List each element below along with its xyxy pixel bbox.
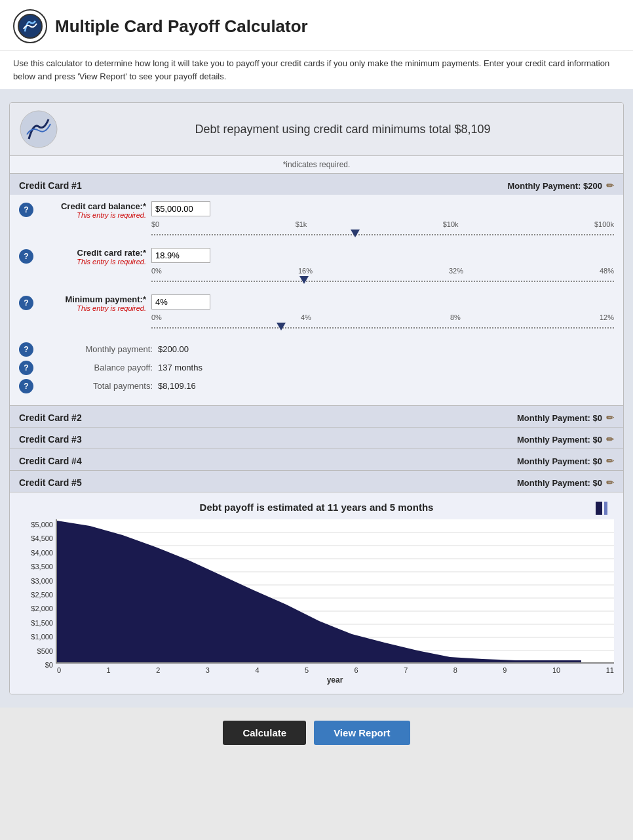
- svg-marker-12: [57, 519, 581, 662]
- rate-range-scale: 0% 16% 32% 48%: [151, 267, 614, 275]
- credit-card-5-section: Credit Card #5 Monthly Payment: $0 ✏: [10, 471, 623, 492]
- balance-payoff-result-row: ? Balance payoff: 137 months: [19, 359, 614, 375]
- credit-card-1-header: Credit Card #1 Monthly Payment: $200 ✏: [10, 174, 623, 195]
- minpay-input[interactable]: [151, 294, 210, 310]
- chart-section: Debt payoff is estimated at 11 years and…: [10, 492, 623, 694]
- x-axis-title: year: [56, 675, 614, 685]
- balance-label: Credit card balance:*: [40, 201, 146, 211]
- main-container: Debt repayment using credit card minimum…: [0, 89, 633, 708]
- credit-card-1-body: ? Credit card balance:* This entry is re…: [10, 195, 623, 405]
- monthly-payment-result-row: ? Monthly payment: $200.00: [19, 341, 614, 357]
- chart-grid: [57, 519, 614, 662]
- x-axis-labels: 0 1 2 3 4 5 6 7 8 9 10 11: [56, 664, 614, 675]
- credit-card-4-label: Credit Card #4: [19, 456, 82, 466]
- credit-card-3-section: Credit Card #3 Monthly Payment: $0 ✏: [10, 428, 623, 449]
- y-axis-labels: $5,000 $4,500 $4,000 $3,500 $3,000 $2,50…: [19, 519, 56, 685]
- total-payments-result-value: $8,109.16: [158, 381, 196, 391]
- credit-card-1-section: Credit Card #1 Monthly Payment: $200 ✏ ?…: [10, 174, 623, 406]
- chart-inner: [56, 519, 614, 664]
- calc-header: Debt repayment using credit card minimum…: [10, 103, 623, 156]
- credit-card-2-edit-icon[interactable]: ✏: [606, 412, 614, 423]
- legend-bar-1: [596, 502, 602, 515]
- minpay-slider-row: [151, 321, 614, 334]
- rate-slider-row: [151, 275, 614, 288]
- credit-card-2-header: Credit Card #2 Monthly Payment: $0 ✏: [10, 406, 623, 427]
- minpay-input-col: 0% 4% 8% 12%: [151, 294, 614, 334]
- minpay-label-col: Minimum payment:* This entry is required…: [40, 294, 151, 312]
- credit-card-3-label: Credit Card #3: [19, 434, 82, 445]
- page-description: Use this calculator to determine how lon…: [0, 50, 633, 89]
- credit-card-2-monthly-payment: Monthly Payment: $0 ✏: [517, 412, 614, 423]
- view-report-button[interactable]: View Report: [314, 721, 410, 745]
- credit-card-1-monthly-payment: Monthly Payment: $200 ✏: [508, 180, 615, 191]
- credit-card-3-edit-icon[interactable]: ✏: [606, 434, 614, 445]
- balance-payoff-result-label: Balance payoff:: [40, 363, 158, 372]
- calculator-box: Debt repayment using credit card minimum…: [9, 102, 624, 694]
- total-payments-result-row: ? Total payments: $8,109.16: [19, 378, 614, 393]
- svg-point-1: [20, 111, 57, 148]
- credit-card-3-header: Credit Card #3 Monthly Payment: $0 ✏: [10, 428, 623, 449]
- credit-card-3-monthly-payment: Monthly Payment: $0 ✏: [517, 434, 614, 445]
- balance-input-col: $0 $1k $10k $100k: [151, 201, 614, 241]
- credit-card-4-header: Credit Card #4 Monthly Payment: $0 ✏: [10, 449, 623, 470]
- page-header: Multiple Card Payoff Calculator: [0, 0, 633, 50]
- calc-title: Debt repayment using credit card minimum…: [71, 123, 614, 136]
- total-payments-result-label: Total payments:: [40, 381, 158, 391]
- rate-label-col: Credit card rate:* This entry is require…: [40, 248, 151, 266]
- chart-title: Debt payoff is estimated at 11 years and…: [19, 502, 614, 513]
- balance-slider-row: [151, 228, 614, 241]
- balance-slider-thumb: [351, 230, 360, 237]
- balance-input[interactable]: [151, 201, 210, 216]
- chart-legend: [596, 502, 607, 515]
- credit-card-5-monthly-payment: Monthly Payment: $0 ✏: [517, 477, 614, 488]
- minpay-dotted-bg: [151, 327, 614, 329]
- rate-label: Credit card rate:*: [40, 248, 146, 258]
- credit-card-5-edit-icon[interactable]: ✏: [606, 477, 614, 488]
- minpay-field-row: ? Minimum payment:* This entry is requir…: [19, 294, 614, 334]
- minpay-label: Minimum payment:*: [40, 294, 146, 304]
- rate-field-row: ? Credit card rate:* This entry is requi…: [19, 248, 614, 288]
- required-note: *indicates required.: [10, 156, 623, 174]
- rate-input-col: 0% 16% 32% 48%: [151, 248, 614, 288]
- credit-card-2-section: Credit Card #2 Monthly Payment: $0 ✏: [10, 406, 623, 428]
- header-logo: [13, 9, 47, 43]
- monthly-payment-result-value: $200.00: [158, 344, 189, 354]
- payoff-help-button[interactable]: ?: [19, 361, 33, 375]
- credit-card-4-section: Credit Card #4 Monthly Payment: $0 ✏: [10, 449, 623, 471]
- balance-range-scale: $0 $1k $10k $100k: [151, 220, 614, 228]
- minpay-slider-thumb: [277, 323, 286, 330]
- credit-card-4-monthly-payment: Monthly Payment: $0 ✏: [517, 456, 614, 466]
- credit-card-5-label: Credit Card #5: [19, 477, 82, 488]
- rate-dotted-bg: [151, 281, 614, 282]
- rate-input[interactable]: [151, 248, 210, 263]
- minpay-range-scale: 0% 4% 8% 12%: [151, 313, 614, 321]
- rate-help-button[interactable]: ?: [19, 249, 33, 264]
- credit-card-1-edit-icon[interactable]: ✏: [606, 180, 614, 191]
- calculate-button[interactable]: Calculate: [223, 721, 306, 745]
- chart-container: $5,000 $4,500 $4,000 $3,500 $3,000 $2,50…: [19, 519, 614, 685]
- minpay-help-button[interactable]: ?: [19, 296, 33, 310]
- rate-error: This entry is required.: [40, 258, 146, 266]
- buttons-row: Calculate View Report: [0, 708, 633, 758]
- balance-payoff-result-value: 137 months: [158, 363, 202, 372]
- monthly-payment-result-label: Monthly payment:: [40, 344, 158, 354]
- credit-card-2-label: Credit Card #2: [19, 412, 82, 423]
- credit-card-5-header: Credit Card #5 Monthly Payment: $0 ✏: [10, 471, 623, 492]
- total-help-button[interactable]: ?: [19, 379, 33, 393]
- balance-field-row: ? Credit card balance:* This entry is re…: [19, 201, 614, 241]
- balance-help-button[interactable]: ?: [19, 203, 33, 217]
- balance-label-col: Credit card balance:* This entry is requ…: [40, 201, 151, 219]
- balance-error: This entry is required.: [40, 211, 146, 219]
- monthly-help-button[interactable]: ?: [19, 342, 33, 357]
- legend-bar-2: [604, 502, 607, 515]
- chart-plot-area: 0 1 2 3 4 5 6 7 8 9 10 11 year: [56, 519, 614, 685]
- minpay-error: This entry is required.: [40, 304, 146, 312]
- calc-logo-icon: [19, 110, 58, 149]
- page-title: Multiple Card Payoff Calculator: [55, 16, 308, 37]
- credit-card-1-label: Credit Card #1: [19, 180, 82, 191]
- balance-dotted-bg: [151, 234, 614, 235]
- rate-slider-thumb: [299, 276, 309, 284]
- credit-card-4-edit-icon[interactable]: ✏: [606, 456, 614, 466]
